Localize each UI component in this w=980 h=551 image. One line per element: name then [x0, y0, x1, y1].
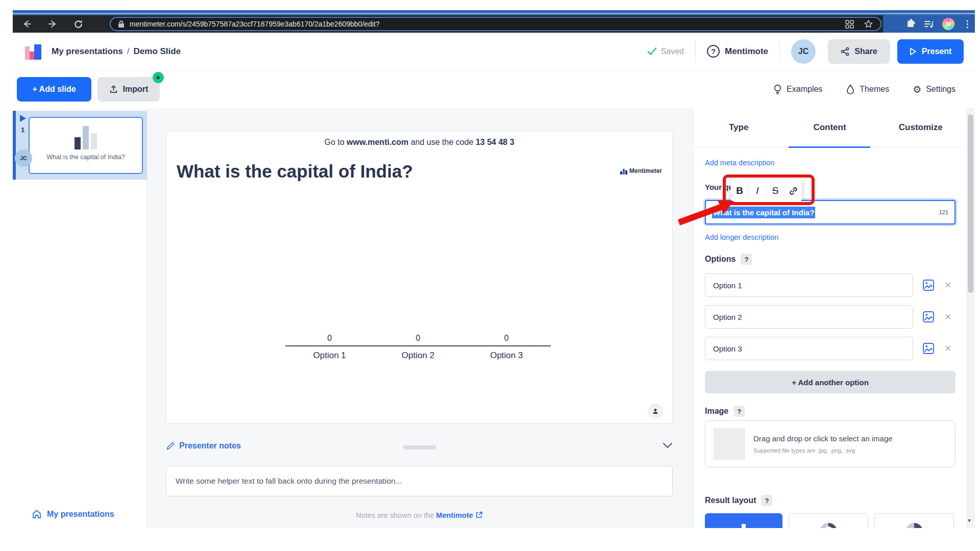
present-label: Present [922, 47, 952, 56]
slides-sidebar: 1 What is the capital of India? JC My pr… [13, 108, 147, 528]
app-header: My presentations / Demo Slide Saved ? Me… [13, 33, 975, 70]
share-label: Share [854, 47, 877, 56]
slide-play-icon[interactable] [19, 114, 27, 124]
options-section-label: Options ? [705, 254, 752, 265]
breadcrumb-current[interactable]: Demo Slide [134, 46, 181, 57]
share-icon [841, 47, 849, 56]
share-button[interactable]: Share [828, 39, 890, 64]
scrollbar-thumb[interactable] [968, 114, 973, 293]
forward-icon[interactable] [45, 17, 60, 31]
option-remove-icon[interactable]: × [945, 343, 951, 354]
image-help-icon[interactable]: ? [733, 406, 745, 417]
breadcrumb-root[interactable]: My presentations [52, 46, 123, 57]
bold-button[interactable]: B [731, 180, 748, 202]
option-image-icon[interactable] [922, 279, 935, 291]
selection-stripe [13, 111, 16, 180]
add-longer-description-link[interactable]: Add longer description [705, 233, 778, 241]
option-input-1[interactable]: Option 1 [705, 273, 913, 297]
thumbnail-title: What is the capital of India? [32, 154, 140, 161]
question-input[interactable]: What is the capital of India? 121 [705, 200, 955, 224]
themes-label: Themes [860, 85, 889, 94]
panel-scrollbar[interactable]: ▾ [966, 108, 975, 528]
presenter-notes-input[interactable] [166, 466, 673, 496]
external-link-icon [475, 511, 483, 519]
user-avatar[interactable]: JC [791, 39, 816, 64]
panel-tabs: Type Content Customize [693, 108, 966, 147]
participants-count-chip[interactable] [648, 404, 663, 419]
tab-type[interactable]: Type [693, 108, 784, 147]
mentimote-link[interactable]: Mentimote [436, 511, 473, 519]
option-remove-icon[interactable]: × [945, 280, 951, 291]
browser-menu-icon[interactable]: ⋮ [963, 19, 972, 29]
layout-bars-button[interactable] [705, 513, 782, 528]
option-row: Option 2 × [705, 305, 955, 329]
bar-value: 0 [462, 334, 551, 343]
layout-donut-button[interactable] [789, 513, 868, 528]
bar-value: 0 [285, 334, 374, 343]
upload-icon [109, 85, 118, 94]
back-icon[interactable] [20, 17, 34, 31]
image-label: Image [705, 407, 728, 416]
watermark-label: Mentimeter [629, 167, 662, 174]
dropzone-title: Drag and drop or click to select an imag… [753, 434, 893, 443]
option-image-icon[interactable] [922, 311, 935, 323]
options-help-icon[interactable]: ? [741, 254, 752, 265]
home-icon [32, 509, 42, 519]
tab-groups-icon[interactable] [845, 19, 854, 29]
text-format-toolbar[interactable]: B I S [731, 180, 802, 202]
settings-button[interactable]: ⚙ Settings [913, 85, 955, 94]
presenter-notes-toggle[interactable]: Presenter notes [166, 441, 241, 450]
slide-thumbnail[interactable]: What is the capital of India? [29, 117, 143, 174]
url-text[interactable]: mentimeter.com/s/2459b757587a23ccf718795… [130, 20, 839, 28]
extensions-puzzle-icon[interactable] [905, 19, 916, 29]
add-slide-button[interactable]: + Add slide [17, 77, 91, 102]
person-icon [652, 408, 659, 415]
reading-list-icon[interactable] [924, 19, 934, 29]
option-input-2[interactable]: Option 2 [705, 305, 913, 329]
address-bar[interactable]: mentimeter.com/s/2459b757587a23ccf718795… [110, 17, 881, 31]
result-layout-options [705, 513, 954, 528]
slide-list-item-selected[interactable]: 1 What is the capital of India? JC [13, 111, 147, 180]
result-layout-help-icon[interactable]: ? [761, 495, 772, 506]
drag-handle[interactable] [403, 445, 436, 449]
bookmark-star-icon[interactable] [864, 19, 873, 29]
chart-baseline [285, 345, 551, 346]
strikethrough-button[interactable]: S [767, 180, 784, 202]
mentimote-button[interactable]: ? Mentimote [707, 45, 768, 58]
mentimeter-logo[interactable] [24, 42, 42, 61]
option-image-icon[interactable] [922, 342, 935, 355]
option-remove-icon[interactable]: × [945, 311, 951, 322]
add-another-option-button[interactable]: + Add another option [705, 371, 955, 393]
browser-profile-avatar[interactable]: N [942, 18, 954, 30]
editor-canvas: Go to www.menti.com and use the code 13 … [147, 108, 693, 528]
image-dropzone[interactable]: Drag and drop or click to select an imag… [705, 420, 955, 467]
add-meta-description-link[interactable]: Add meta description [705, 159, 774, 167]
link-icon [789, 186, 798, 196]
tab-customize[interactable]: Customize [875, 108, 966, 147]
saved-label: Saved [661, 47, 684, 56]
presenter-notes-header: Presenter notes [166, 441, 673, 450]
my-presentations-link[interactable]: My presentations [32, 509, 114, 519]
import-button[interactable]: Import [97, 77, 160, 102]
droplet-icon [846, 84, 855, 94]
slide-preview[interactable]: Go to www.menti.com and use the code 13 … [166, 131, 673, 423]
save-status: Saved [647, 47, 684, 56]
layout-pie-button[interactable] [874, 513, 954, 528]
tab-content[interactable]: Content [784, 108, 875, 147]
examples-button[interactable]: Examples [773, 84, 822, 95]
present-button[interactable]: Present [897, 39, 964, 64]
edit-panel: Type Content Customize Add meta descript… [693, 108, 966, 528]
join-domain: www.menti.com [347, 138, 408, 146]
option-input-3[interactable]: Option 3 [705, 337, 913, 360]
themes-button[interactable]: Themes [846, 84, 889, 94]
link-button[interactable] [785, 180, 802, 202]
question-selected-text[interactable]: What is the capital of India? [712, 207, 815, 218]
lightbulb-icon [773, 84, 782, 95]
option-row: Option 3 × [705, 337, 955, 360]
divider [779, 40, 780, 63]
join-code: 13 54 48 3 [476, 138, 514, 146]
chevron-down-icon[interactable] [663, 441, 673, 450]
import-label: Import [123, 85, 149, 94]
scrollbar-down-arrow[interactable]: ▾ [968, 517, 971, 524]
reload-icon[interactable] [71, 17, 85, 31]
